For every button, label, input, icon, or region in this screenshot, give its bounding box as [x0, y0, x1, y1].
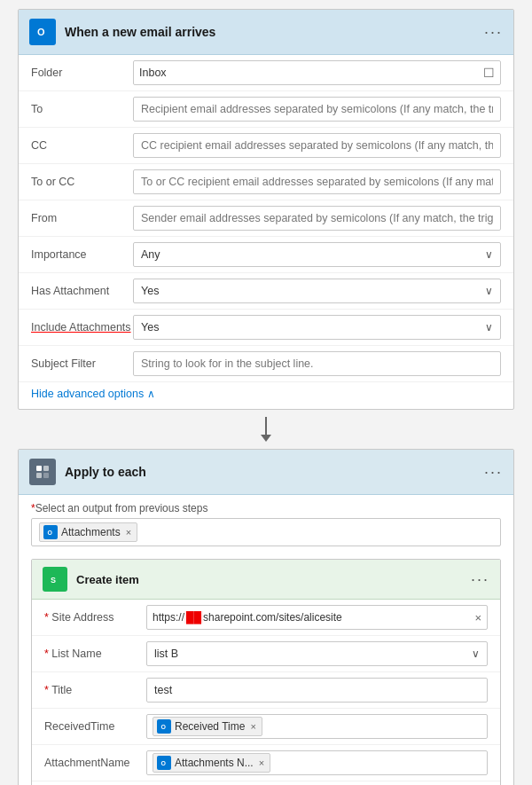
attachments-tag-close-icon[interactable]: × — [126, 527, 131, 538]
list-name-row: List Name list B ∨ — [32, 636, 500, 672]
folder-input[interactable]: Inbox ☐ — [133, 60, 501, 85]
apply-each-icon — [29, 459, 56, 485]
apply-select-area: *Select an output from previous steps O … — [19, 495, 513, 550]
apply-select-label: *Select an output from previous steps — [31, 502, 501, 514]
received-time-tag: O Received Time × — [153, 717, 262, 736]
from-label: From — [31, 212, 133, 224]
attachment-name-input-area[interactable]: O Attachments N... × — [146, 750, 488, 775]
to-row: To — [19, 91, 513, 128]
subject-filter-row: Subject Filter — [19, 346, 513, 382]
folder-icon: ☐ — [483, 66, 495, 80]
hide-advanced-link[interactable]: Hide advanced options — [31, 388, 144, 400]
received-time-tag-label: Received Time — [175, 720, 245, 733]
importance-select[interactable]: Any ∨ — [133, 242, 501, 267]
apply-to-each-title: Apply to each — [65, 465, 475, 479]
hide-advanced-chevron-icon: ∧ — [147, 388, 155, 400]
attachment-name-outlook-icon: O — [157, 756, 171, 770]
list-name-chevron-icon: ∨ — [472, 648, 480, 660]
site-url-redacted: ██ — [184, 611, 203, 624]
apply-input-area[interactable]: O Attachments × — [31, 518, 501, 546]
create-item-more-button[interactable]: ··· — [471, 570, 489, 589]
received-time-outlook-icon: O — [157, 719, 171, 734]
svg-rect-4 — [36, 473, 42, 478]
folder-row: Folder Inbox ☐ — [19, 55, 513, 91]
attachment-name-tag-close-icon[interactable]: × — [259, 758, 264, 768]
cc-label: CC — [31, 139, 133, 152]
list-name-value: list B — [154, 648, 178, 660]
subject-filter-input[interactable] — [133, 351, 501, 376]
subject-filter-label: Subject Filter — [31, 357, 133, 370]
include-attachments-select[interactable]: Yes ∨ — [133, 315, 501, 340]
include-attachments-chevron-icon: ∨ — [485, 321, 493, 334]
folder-value: Inbox — [139, 67, 483, 79]
trigger-card: O When a new email arrives ··· Folder In… — [18, 9, 514, 410]
from-row: From — [19, 200, 513, 237]
has-attachment-select[interactable]: Yes ∨ — [133, 279, 501, 303]
received-time-label: ReceivedTime — [44, 720, 146, 733]
create-item-card: S Create item ··· Site Address https://█… — [31, 559, 501, 785]
site-url-text: https://██sharepoint.com/sites/alicesite — [153, 611, 471, 624]
title-row: Title — [32, 672, 500, 709]
to-or-cc-row: To or CC — [19, 164, 513, 200]
include-attachments-row: Include Attachments Yes ∨ — [19, 310, 513, 346]
trigger-card-more-button[interactable]: ··· — [484, 23, 503, 42]
importance-row: Importance Any ∨ — [19, 237, 513, 273]
to-or-cc-input[interactable] — [133, 169, 501, 194]
to-label: To — [31, 103, 133, 115]
received-time-tag-close-icon[interactable]: × — [250, 721, 255, 732]
svg-text:O: O — [161, 724, 167, 730]
outlook-icon: O — [29, 19, 56, 45]
folder-label: Folder — [31, 67, 133, 79]
svg-text:O: O — [161, 760, 167, 766]
list-name-select[interactable]: list B ∨ — [146, 641, 488, 666]
site-address-clear-icon[interactable]: × — [474, 611, 481, 624]
apply-to-each-header: Apply to each ··· — [19, 450, 513, 495]
title-label: Title — [44, 684, 146, 696]
attachments-tag-outlook-icon: O — [43, 525, 58, 539]
svg-rect-3 — [43, 466, 49, 471]
hide-advanced-options: Hide advanced options ∧ — [19, 382, 513, 409]
title-input[interactable] — [146, 678, 488, 703]
apply-to-each-more-button[interactable]: ··· — [484, 463, 503, 482]
attachments-tag-label: Attachments — [61, 526, 121, 538]
list-name-label: List Name — [44, 648, 146, 660]
from-input[interactable] — [133, 206, 501, 231]
svg-text:S: S — [51, 576, 56, 585]
create-item-title: Create item — [76, 573, 462, 586]
svg-text:O: O — [48, 530, 53, 536]
sharepoint-icon: S — [43, 567, 67, 592]
arrow-connector — [261, 410, 271, 449]
show-advanced-options: Show advanced options ∨ — [32, 781, 500, 785]
arrow-line — [265, 417, 267, 435]
received-time-row: ReceivedTime O Received Time × — [32, 709, 500, 745]
cc-row: CC — [19, 128, 513, 164]
attachment-name-row: AttachmentName O Attachments N... × — [32, 745, 500, 781]
include-attachments-label: Include Attachments — [31, 321, 133, 334]
cc-input[interactable] — [133, 133, 501, 158]
svg-text:O: O — [37, 27, 45, 37]
importance-value: Any — [141, 248, 160, 261]
to-input[interactable] — [133, 97, 501, 122]
attachment-name-tag-label: Attachments N... — [175, 757, 254, 769]
create-item-header: S Create item ··· — [32, 560, 500, 600]
include-attachments-value: Yes — [141, 321, 159, 334]
apply-to-each-card: Apply to each ··· *Select an output from… — [18, 449, 514, 785]
to-or-cc-label: To or CC — [31, 176, 133, 188]
trigger-card-header: O When a new email arrives ··· — [19, 10, 513, 55]
attachment-name-label: AttachmentName — [44, 757, 146, 769]
has-attachment-value: Yes — [141, 285, 159, 297]
attachments-tag: O Attachments × — [39, 522, 137, 542]
site-address-input[interactable]: https://██sharepoint.com/sites/alicesite… — [146, 605, 488, 630]
attachment-name-tag: O Attachments N... × — [153, 753, 270, 773]
svg-rect-5 — [43, 473, 49, 478]
has-attachment-chevron-icon: ∨ — [485, 285, 493, 297]
importance-label: Importance — [31, 248, 133, 261]
trigger-card-title: When a new email arrives — [65, 25, 475, 39]
site-address-row: Site Address https://██sharepoint.com/si… — [32, 600, 500, 636]
received-time-input-area[interactable]: O Received Time × — [146, 714, 488, 739]
importance-chevron-icon: ∨ — [485, 248, 493, 261]
site-address-label: Site Address — [44, 611, 146, 624]
arrow-head — [261, 435, 271, 442]
svg-rect-2 — [36, 466, 42, 471]
has-attachment-label: Has Attachment — [31, 285, 133, 297]
